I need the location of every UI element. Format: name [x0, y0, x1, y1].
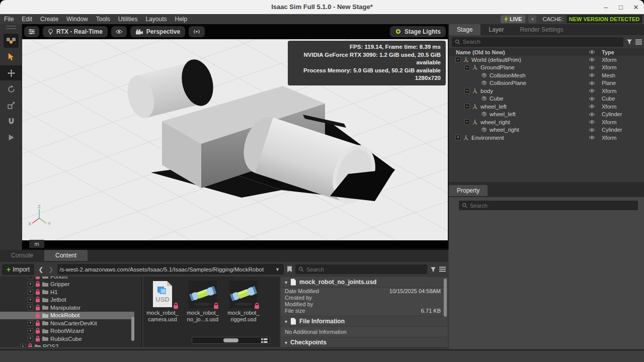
stage-row-groundplane[interactable]: − GroundPlane Xform [449, 64, 644, 72]
live-sync-button[interactable]: LIVE [501, 15, 525, 23]
folder-rubikscube[interactable]: + RubiksCube [0, 335, 141, 343]
viewport[interactable]: RTX - Real-Time Perspective Stage Lights [22, 24, 448, 250]
stage-row-world[interactable]: − World (defaultPrim) Xform [449, 56, 644, 64]
visibility-toggle[interactable] [586, 88, 598, 93]
grid-view-icon[interactable] [261, 338, 268, 343]
visibility-toggle[interactable] [586, 120, 598, 124]
collapse-toggle[interactable]: − [464, 65, 470, 70]
tab-property[interactable]: Property [449, 185, 488, 196]
visibility-toggle[interactable] [586, 128, 598, 132]
expand-toggle[interactable]: + [20, 344, 26, 347]
tab-console[interactable]: Console [0, 250, 44, 261]
menu-edit[interactable]: Edit [18, 16, 36, 23]
maximize-button[interactable]: □ [617, 4, 625, 11]
menu-utilities[interactable]: Utilities [114, 16, 142, 23]
collapse-toggle[interactable]: − [464, 119, 470, 125]
folder-manipulator[interactable]: + Manipulator [0, 304, 141, 312]
details-file-section-header[interactable]: ▾ mock_robot_no_joints.usd [281, 277, 448, 288]
content-search-input[interactable] [295, 264, 427, 274]
stage-row-collisionplane[interactable]: − CollisionPlane Plane [449, 79, 644, 87]
content-options-button[interactable] [439, 266, 446, 272]
menu-create[interactable]: Create [36, 16, 62, 23]
back-button[interactable]: ❮ [37, 266, 44, 273]
slider-handle[interactable] [223, 338, 238, 342]
path-field[interactable]: ▼ [57, 264, 284, 275]
menu-help[interactable]: Help [171, 16, 191, 23]
folder-gripper[interactable]: + Gripper [0, 281, 141, 289]
expand-toggle[interactable]: + [28, 328, 33, 334]
file-card-no-joints[interactable]: mock_robot_ no_jo...s.usd [187, 281, 219, 322]
rotate-tool-button[interactable] [0, 81, 22, 97]
visibility-toggle[interactable] [586, 57, 598, 62]
expand-toggle[interactable]: + [28, 305, 33, 310]
file-information-section-header[interactable]: ▾ File Information [281, 316, 448, 327]
folder-novacarterdevkit[interactable]: + NovaCarterDevKit [0, 319, 141, 327]
forward-button[interactable]: ❯ [47, 266, 54, 273]
folder-ros2[interactable]: + ROS2 [0, 343, 141, 347]
select-tool-button[interactable] [0, 49, 22, 64]
folder-mockrobot[interactable]: + MockRobot [0, 312, 134, 320]
camera-selector[interactable]: Perspective [130, 26, 185, 37]
folder-h1[interactable]: + H1 [0, 288, 141, 296]
stage-search-input[interactable] [452, 37, 623, 47]
visibility-toggle[interactable] [586, 73, 598, 77]
visibility-toggle[interactable] [586, 97, 598, 101]
import-button[interactable]: + Import [2, 264, 34, 275]
path-dropdown-icon[interactable]: ▼ [271, 267, 284, 272]
minimize-button[interactable]: – [602, 4, 610, 11]
live-dropdown-button[interactable]: ▾ [528, 15, 536, 23]
collapse-toggle[interactable]: − [464, 104, 470, 109]
property-search-input[interactable] [459, 201, 638, 210]
details-scrollbar[interactable] [444, 279, 447, 317]
stage-row-wheel-right-xform[interactable]: − wheel_right Xform [449, 118, 644, 126]
stage-lights-button[interactable]: Stage Lights [390, 26, 446, 37]
menu-tools[interactable]: Tools [92, 16, 114, 23]
visibility-toggle[interactable] [586, 81, 598, 85]
tab-render-settings[interactable]: Render Settings [512, 24, 571, 35]
menu-file[interactable]: File [0, 16, 18, 23]
move-tool-button[interactable] [0, 65, 22, 80]
folder-tree-scrollbar[interactable] [131, 317, 134, 341]
visibility-button[interactable] [111, 26, 127, 37]
close-button[interactable]: ✕ [632, 4, 640, 11]
visibility-toggle[interactable] [586, 135, 598, 140]
expand-toggle[interactable]: + [28, 320, 33, 326]
tab-content[interactable]: Content [44, 250, 88, 261]
content-filter-button[interactable] [430, 266, 436, 273]
visibility-toggle[interactable] [586, 65, 598, 70]
snap-tool-button[interactable] [0, 114, 22, 129]
thumbnail-size-slider[interactable] [192, 337, 270, 344]
stage-row-wheel-left-xform[interactable]: − wheel_left Xform [449, 103, 644, 111]
folder-jetbot[interactable]: + Jetbot [0, 296, 141, 304]
viewport-options-button[interactable] [24, 26, 39, 37]
stage-tree-header[interactable]: Name (Old to New) Type [449, 48, 644, 56]
folder-robotwizard[interactable]: + RobotWizard [0, 327, 141, 335]
file-card-rigged[interactable]: mock_robot_ rigged.usd [227, 281, 260, 322]
expand-toggle[interactable]: + [28, 282, 33, 287]
toolbar-grip[interactable] [6, 26, 16, 27]
file-card-camera[interactable]: mock_robot_ camera.usd [146, 281, 179, 322]
expand-toggle[interactable]: + [455, 135, 461, 140]
expand-toggle[interactable]: + [28, 277, 33, 279]
path-input[interactable] [57, 266, 271, 273]
stage-options-button[interactable] [635, 39, 642, 45]
bookmark-button[interactable] [287, 266, 292, 273]
play-button[interactable] [0, 130, 22, 145]
expand-toggle[interactable]: + [28, 289, 33, 295]
checkpoints-section-header[interactable]: ▾ Checkpoints [281, 337, 448, 347]
tab-stage[interactable]: Stage [449, 24, 480, 35]
capture-button[interactable] [189, 26, 205, 37]
collapse-toggle[interactable]: − [455, 57, 461, 62]
stage-row-environment[interactable]: + Environment Xform [449, 134, 644, 142]
camera-tool-button[interactable] [0, 33, 22, 48]
expand-toggle[interactable]: + [28, 297, 33, 303]
stage-row-body[interactable]: − body Xform [449, 87, 644, 95]
stage-row-cube[interactable]: − Cube Cube [449, 95, 644, 103]
tab-layer[interactable]: Layer [480, 24, 512, 35]
stage-row-collisionmesh[interactable]: − CollisionMesh Mesh [449, 71, 644, 79]
renderer-selector[interactable]: RTX - Real-Time [43, 26, 108, 37]
menu-layouts[interactable]: Layouts [141, 16, 171, 23]
collapse-toggle[interactable]: − [464, 88, 470, 94]
stage-filter-button[interactable] [626, 39, 632, 45]
scale-tool-button[interactable] [0, 98, 22, 113]
